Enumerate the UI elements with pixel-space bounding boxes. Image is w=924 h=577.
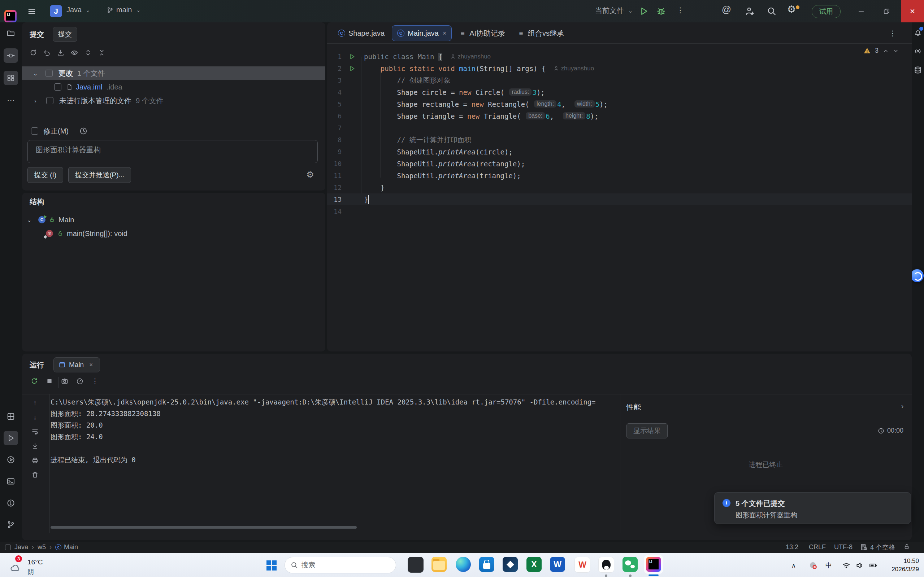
line-number[interactable]: 1 (327, 50, 342, 63)
breadcrumb-project[interactable]: Java (15, 543, 28, 551)
stripe-item-commit[interactable] (3, 48, 18, 63)
project-selector[interactable]: Java ⌄ (66, 6, 91, 14)
breadcrumb-module[interactable]: w5 (37, 543, 46, 551)
trial-button[interactable]: 试用 (812, 5, 841, 18)
line-number[interactable]: 11 (327, 169, 342, 182)
editor-tab-组合vs继承[interactable]: ≡组合vs继承 (512, 26, 569, 41)
minimize-button[interactable] (853, 0, 869, 23)
file-checkbox[interactable] (54, 83, 61, 90)
changes-checkbox[interactable] (45, 69, 53, 77)
line-number[interactable]: 6 (327, 110, 342, 122)
line-number[interactable]: 12 (327, 182, 342, 193)
show-results-button[interactable]: 显示结果 (627, 423, 668, 438)
history-icon[interactable] (79, 127, 87, 135)
stop-button[interactable] (46, 377, 53, 385)
line-number[interactable]: 13 (327, 193, 342, 205)
profiler-button[interactable] (76, 377, 83, 385)
stripe-item-problems[interactable] (3, 496, 18, 510)
line-number[interactable]: 7 (327, 122, 342, 134)
stripe-item-more[interactable]: ⋯ (3, 93, 18, 108)
run-configuration-selector[interactable]: 当前文件 ⌄ (595, 6, 634, 16)
indent-setting[interactable]: 4 个空格 (870, 543, 895, 552)
stripe-item-ai-assistant[interactable] (911, 44, 924, 58)
tray-sync-error[interactable] (809, 561, 817, 570)
branch-selector[interactable]: main ⌄ (107, 6, 142, 14)
stripe-item-run[interactable] (3, 431, 18, 445)
taskbar-app-dark-app[interactable] (408, 557, 423, 573)
more-options-button[interactable]: ⋮ (91, 377, 99, 385)
scroll-to-end-button[interactable] (31, 442, 39, 450)
taskbar-app-edge[interactable] (456, 557, 471, 572)
more-actions-button[interactable]: ⋮ (677, 6, 684, 14)
editor-tab-Shape.java[interactable]: CShape.java (333, 26, 389, 41)
restore-button[interactable] (878, 0, 895, 23)
chevron-right-icon[interactable]: › (899, 402, 906, 409)
structure-row-class[interactable]: ⌄ C Main (22, 213, 325, 227)
read-write-lock-icon[interactable] (903, 543, 910, 550)
code-editor[interactable]: 1public class Main {zhuyanshuo2 public s… (327, 46, 912, 351)
expand-all-button[interactable] (84, 49, 92, 56)
line-number[interactable]: 4 (327, 86, 342, 98)
commit-button[interactable]: 提交 (I) (27, 167, 63, 183)
amend-checkbox[interactable] (31, 127, 38, 135)
tray-battery[interactable] (869, 561, 877, 570)
start-button[interactable] (266, 560, 277, 571)
editor-tab-AI协助记录[interactable]: ≡AI协助记录 (454, 26, 510, 41)
weather-widget[interactable]: 3 16°C 阴 (6, 554, 64, 576)
snapshot-button[interactable] (61, 377, 68, 385)
console-hscrollbar[interactable] (50, 526, 357, 529)
line-number[interactable]: 10 (327, 158, 342, 169)
shelve-button[interactable] (57, 49, 64, 56)
commit-tab[interactable]: 提交 (53, 27, 77, 42)
main-menu-button[interactable] (27, 7, 36, 16)
close-icon[interactable]: × (87, 361, 95, 368)
rollback-button[interactable] (43, 49, 50, 56)
stripe-item-structure[interactable] (3, 71, 18, 85)
code-author-hint[interactable]: zhuyanshuo (450, 53, 491, 60)
caret-position[interactable]: 13:2 (786, 543, 798, 551)
stripe-item-version-control[interactable] (3, 517, 18, 532)
commit-options-gear-icon[interactable]: ⚙ (307, 171, 314, 178)
notification-popup[interactable]: i 5 个文件已提交 图形面积计算器重构 (714, 492, 911, 524)
taskbar-app-file-explorer[interactable] (431, 557, 447, 572)
run-button[interactable] (639, 6, 648, 16)
stripe-item-build[interactable] (3, 409, 18, 424)
settings-button[interactable]: ⚙ (788, 6, 799, 16)
taskbar-search[interactable]: 搜索 (284, 557, 396, 574)
close-button[interactable]: × (901, 0, 924, 23)
line-number[interactable]: 5 (327, 98, 342, 110)
line-number[interactable]: 9 (327, 146, 342, 158)
refresh-button[interactable] (30, 49, 37, 56)
tree-row-file[interactable]: Java.iml .idea (22, 80, 325, 94)
taskbar-clock[interactable]: 10:50 2026/3/29 (892, 557, 919, 574)
stripe-item-database[interactable] (911, 63, 924, 77)
tray-volume[interactable] (855, 561, 864, 570)
collapse-all-button[interactable] (98, 49, 105, 56)
preview-diff-button[interactable] (71, 49, 78, 56)
line-number[interactable]: 14 (327, 205, 342, 217)
taskbar-app-word[interactable]: W (550, 557, 565, 572)
debug-button[interactable] (656, 6, 666, 16)
soft-wrap-button[interactable] (31, 428, 39, 435)
ai-chat-floating-button[interactable] (911, 269, 924, 282)
rerun-button[interactable] (31, 377, 38, 385)
breadcrumb-file[interactable]: Main (64, 543, 78, 551)
unversioned-checkbox[interactable] (46, 97, 53, 104)
code-with-me-button[interactable] (745, 6, 754, 16)
file-encoding[interactable]: UTF-8 (834, 543, 853, 551)
commit-and-push-button[interactable]: 提交并推送(P)... (68, 167, 131, 183)
down-button[interactable]: ↓ (31, 414, 39, 421)
tray-tray-expand[interactable]: ∧ (789, 561, 798, 570)
close-icon[interactable]: × (443, 30, 447, 37)
taskbar-app-intellij-idea[interactable] (646, 557, 661, 572)
tree-row-changes[interactable]: ⌄ 更改 1 个文件 (22, 66, 325, 80)
run-line-gutter-icon[interactable] (349, 50, 356, 63)
taskbar-app-wechat[interactable] (622, 557, 638, 572)
taskbar-app-excel[interactable]: X (527, 557, 542, 572)
line-number[interactable]: 8 (327, 134, 342, 146)
tree-row-unversioned[interactable]: › 未进行版本管理的文件 9 个文件 (22, 94, 325, 108)
line-number[interactable]: 2 (327, 63, 342, 74)
taskbar-app-diamond-app[interactable] (502, 557, 518, 572)
console-output[interactable]: C:\Users\朱彦硕\.jdks\openjdk-25.0.2\bin\ja… (50, 396, 620, 530)
stripe-item-services[interactable] (3, 453, 18, 467)
